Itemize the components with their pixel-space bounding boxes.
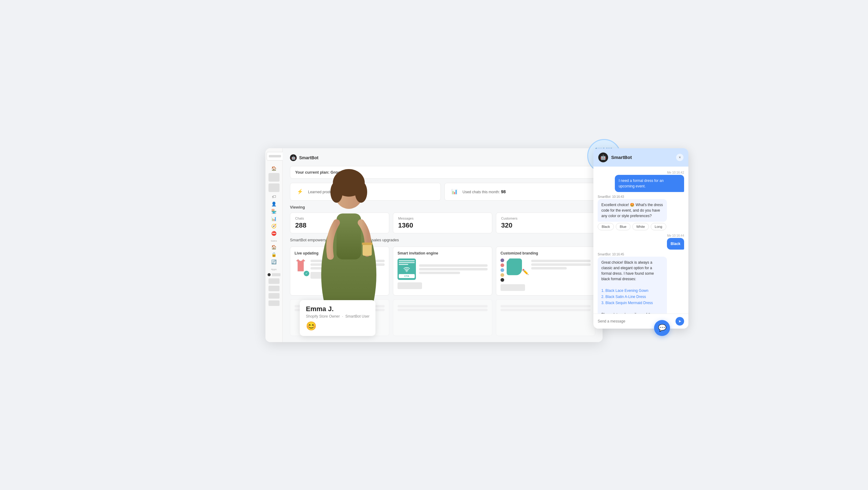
brand-ph-1: [531, 260, 591, 262]
phone-line-3: [399, 264, 408, 265]
chat-close-button[interactable]: ×: [676, 154, 683, 161]
person-store: Shopify Store Owner: [306, 314, 340, 319]
person-name: Emma J.: [306, 305, 369, 313]
branding-shape: [507, 259, 522, 275]
cdot-black: [500, 278, 504, 282]
stat-chats-label: Used chats this month: 98: [463, 189, 506, 194]
person-dot: ·: [342, 314, 343, 319]
msg-bubble-user-2: Black: [667, 238, 684, 250]
msg-timestamp-user-1: Me 10:16:42: [667, 171, 684, 174]
sidebar-apps-item-2[interactable]: [269, 286, 280, 291]
main-header: 🤖 SmartBot: [290, 154, 595, 161]
wifi-svg: [403, 267, 410, 272]
sidebar-sc-icon-2[interactable]: 🔒: [271, 252, 277, 258]
cdot-orange: [500, 273, 504, 277]
metric-chats-label: Chats: [295, 217, 384, 220]
link-gown[interactable]: 1. Black Lace Evening Gown: [601, 288, 663, 293]
sidebar-nav-item-2[interactable]: [269, 184, 280, 192]
sidebar-compass-icon[interactable]: 🧭: [271, 223, 277, 229]
sidebar-apps-item-4[interactable]: [269, 300, 280, 306]
stat-chats-value: 98: [501, 189, 506, 194]
choice-white[interactable]: White: [632, 223, 649, 230]
bot-name-2: SmartBot 10:16:45: [598, 253, 624, 256]
sidebar-tag-icon[interactable]: 🏷: [271, 194, 277, 200]
sidebar-nav-item-1[interactable]: [269, 173, 280, 182]
sidebar-store-icon[interactable]: 🏪: [271, 208, 277, 215]
inv-ph-1: [419, 264, 488, 267]
svg-point-0: [406, 271, 407, 272]
feature-card-branding: Customized branding ✏️: [496, 247, 595, 296]
chat-bubble-button[interactable]: 💬: [654, 320, 670, 336]
chat-header: 🤖 SmartBot ×: [593, 148, 688, 167]
phone-mockup: CTA: [398, 259, 416, 280]
stats-row: ⚡ Learned products: 980 📊 Used chats thi…: [290, 183, 595, 201]
tagline: SmartBot empowers you to achieve intelli…: [290, 238, 595, 242]
feature-invitation-title: Smart invitation engine: [398, 251, 488, 255]
sidebar-home-icon[interactable]: 🏠: [271, 165, 277, 171]
cdot-red: [500, 263, 504, 267]
feature-branding-title: Customized branding: [500, 251, 591, 255]
bot-name-1: SmartBot 10:16:43: [598, 195, 624, 198]
live-ph-3: [310, 267, 355, 269]
main-content: 🤖 SmartBot Your current plan: Growth ⚡ L…: [283, 148, 602, 342]
sidebar-sc-icon-3[interactable]: 🔄: [271, 259, 277, 265]
smartbot-sidebar-label: [272, 273, 280, 276]
sidebar-smartbot-item[interactable]: [266, 272, 282, 277]
brand-ph-2: [531, 263, 591, 266]
sidebar-sc-icon-1[interactable]: 🏠: [271, 244, 277, 250]
link-satin[interactable]: 2. Black Satin A-Line Dress: [601, 294, 663, 299]
apps-label: Apps: [266, 268, 282, 271]
color-dots: [500, 259, 504, 282]
choice-buttons: Black Blue White Long: [598, 223, 666, 230]
stat-chats-icon: 📊: [450, 187, 459, 197]
pen-icon: ✏️: [522, 269, 529, 275]
metric-messages-label: Messages: [398, 217, 487, 220]
feature-card-invitation: Smart invitation engine: [393, 247, 492, 296]
msg-timestamp-user-2: Me 10:16:44: [667, 234, 684, 237]
msg-row-user-2: Me 10:16:44 Black: [598, 233, 684, 250]
metric-messages-value: 1360: [398, 221, 487, 229]
plan-label: Your current plan:: [295, 170, 331, 174]
phone-line-1: [399, 260, 415, 261]
phone-cta: CTA: [399, 274, 415, 278]
feature-live-title: Live updating: [294, 251, 385, 255]
branding-visual: ✏️: [500, 259, 591, 282]
stat-products-value: 980: [339, 189, 346, 194]
msg-bubble-user-1: I need a formal dress for an upcoming ev…: [615, 175, 684, 192]
live-ph-1: [310, 260, 385, 262]
sidebar: ▼ 🏠 🏷 👤 🏪 📊 🧭 ⛔ Sales 🏠 🔒 🔄 Apps: [266, 148, 283, 342]
stat-products-icon: ⚡: [295, 187, 305, 197]
main-header-title: SmartBot: [299, 155, 318, 160]
sidebar-apps-item-3[interactable]: [269, 293, 280, 299]
send-button[interactable]: ➤: [676, 317, 684, 326]
e3-ph1: [500, 305, 591, 307]
sales-channels-label: Sales: [266, 239, 282, 242]
checkmark-badge: ✓: [304, 271, 309, 276]
chat-title: SmartBot: [611, 155, 673, 160]
viewing-label: Viewing: [290, 205, 595, 209]
sidebar-block-icon[interactable]: ⛔: [271, 230, 277, 236]
svg-rect-8: [362, 242, 372, 245]
metric-customers-label: Customers: [501, 217, 590, 220]
person-card: Emma J. Shopify Store Owner · SmartBot U…: [300, 300, 375, 336]
invitation-visual: CTA: [398, 259, 488, 280]
sidebar-apps-item-1[interactable]: [269, 279, 280, 284]
choice-blue[interactable]: Blue: [616, 223, 630, 230]
live-feature-visual: ✓: [294, 259, 385, 279]
outer-wrapper: BUILT FOR 💎 SHOPIFY ▼ 🏠 🏷 👤 🏪 📊 🧭 ⛔ Sale…: [266, 148, 602, 342]
feature-card-live: Live updating ✓: [290, 247, 389, 296]
link-sequin[interactable]: 3. Black Sequin Mermaid Dress: [601, 300, 663, 306]
chat-bot-avatar: 🤖: [598, 153, 608, 162]
brand-btn: [500, 284, 525, 291]
msg-row-bot-2: SmartBot 10:16:45 Great choice! Black is…: [598, 253, 684, 314]
person-subtitle: Shopify Store Owner · SmartBot User: [306, 314, 369, 319]
metric-customers: Customers 320: [496, 213, 595, 233]
sidebar-user-icon[interactable]: 👤: [271, 201, 277, 207]
cdot-blue: [500, 268, 504, 272]
inv-btn: [398, 282, 422, 289]
choice-long[interactable]: Long: [651, 223, 666, 230]
inv-ph-3: [419, 272, 460, 274]
brand-ph-3: [531, 267, 567, 269]
choice-black[interactable]: Black: [598, 223, 614, 230]
sidebar-chart-icon[interactable]: 📊: [271, 216, 277, 222]
